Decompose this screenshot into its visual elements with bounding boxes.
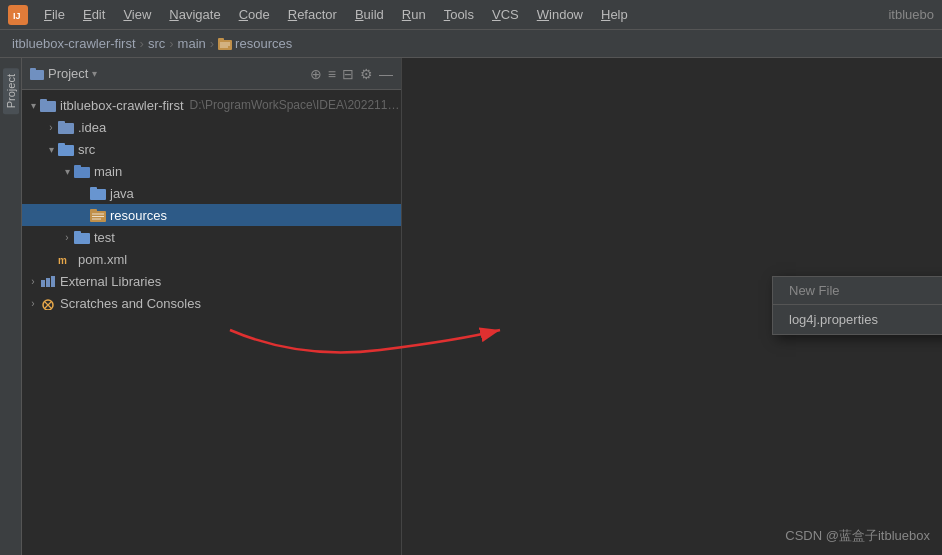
src-expand-arrow: ▾: [44, 144, 58, 155]
breadcrumb-sep-3: ›: [210, 36, 214, 51]
svg-text:m: m: [58, 255, 67, 266]
idea-label: .idea: [78, 120, 106, 135]
toolbar-collapse-icon[interactable]: ⊟: [342, 66, 354, 82]
side-tab-bar: Project: [0, 58, 22, 555]
svg-rect-3: [218, 38, 224, 42]
watermark: CSDN @蓝盒子itbluebox: [785, 527, 930, 545]
project-panel: Project ▾ ⊕ ≡ ⊟ ⚙ — ▾ itbluebox-crawler-…: [22, 58, 402, 555]
toolbar-scroll-icon[interactable]: ≡: [328, 66, 336, 82]
pom-file-icon: m: [58, 253, 74, 266]
menu-file[interactable]: File: [36, 5, 73, 24]
menu-bar: File Edit View Navigate Code Refactor Bu…: [36, 5, 888, 24]
menu-build[interactable]: Build: [347, 5, 392, 24]
toolbar-locate-icon[interactable]: ⊕: [310, 66, 322, 82]
menu-refactor[interactable]: Refactor: [280, 5, 345, 24]
resources-label: resources: [110, 208, 167, 223]
resources-folder-icon: [218, 38, 232, 50]
project-panel-title: Project: [48, 66, 88, 81]
svg-text:IJ: IJ: [13, 11, 21, 21]
test-label: test: [94, 230, 115, 245]
context-menu-header: New File: [773, 277, 942, 305]
breadcrumb-main[interactable]: main: [178, 36, 206, 51]
scratches-icon: [40, 297, 56, 310]
tree-root[interactable]: ▾ itbluebox-crawler-first D:\ProgramWork…: [22, 94, 401, 116]
scratches-expand-arrow: ›: [26, 298, 40, 309]
menu-run[interactable]: Run: [394, 5, 434, 24]
project-tree: ▾ itbluebox-crawler-first D:\ProgramWork…: [22, 90, 401, 555]
title-bar-user: itbluebo: [888, 7, 934, 22]
tree-resources[interactable]: resources: [22, 204, 401, 226]
java-folder-icon: [90, 187, 106, 200]
svg-rect-14: [58, 143, 65, 148]
breadcrumb-resources[interactable]: resources: [235, 36, 292, 51]
tree-ext-lib[interactable]: › External Libraries: [22, 270, 401, 292]
toolbar-settings-icon[interactable]: ⚙: [360, 66, 373, 82]
breadcrumb-sep-2: ›: [169, 36, 173, 51]
svg-rect-27: [41, 280, 45, 287]
tree-java[interactable]: java: [22, 182, 401, 204]
project-toolbar: Project ▾ ⊕ ≡ ⊟ ⚙ —: [22, 58, 401, 90]
root-folder-icon: [40, 99, 56, 112]
breadcrumb-src[interactable]: src: [148, 36, 165, 51]
breadcrumb-root[interactable]: itbluebox-crawler-first: [12, 36, 136, 51]
context-menu: New File log4j.properties: [772, 276, 942, 335]
java-label: java: [110, 186, 134, 201]
svg-rect-8: [30, 68, 36, 72]
main-expand-arrow: ▾: [60, 166, 74, 177]
tree-src[interactable]: ▾ src: [22, 138, 401, 160]
breadcrumb: itbluebox-crawler-first › src › main › r…: [0, 30, 942, 58]
root-label: itbluebox-crawler-first: [60, 98, 184, 113]
svg-rect-28: [46, 278, 50, 287]
svg-rect-29: [51, 276, 55, 287]
ext-lib-label: External Libraries: [60, 274, 161, 289]
pom-label: pom.xml: [78, 252, 127, 267]
svg-rect-18: [90, 187, 97, 192]
project-dropdown-arrow[interactable]: ▾: [92, 68, 97, 79]
svg-rect-10: [40, 99, 47, 104]
menu-view[interactable]: View: [115, 5, 159, 24]
svg-rect-12: [58, 121, 65, 126]
resources-tree-icon: [90, 209, 106, 222]
tree-pom[interactable]: m pom.xml: [22, 248, 401, 270]
menu-navigate[interactable]: Navigate: [161, 5, 228, 24]
main-folder-icon: [74, 165, 90, 178]
menu-code[interactable]: Code: [231, 5, 278, 24]
menu-window[interactable]: Window: [529, 5, 591, 24]
title-bar: IJ File Edit View Navigate Code Refactor…: [0, 0, 942, 30]
app-logo: IJ: [8, 5, 28, 25]
test-expand-arrow: ›: [60, 232, 74, 243]
idea-expand-arrow: ›: [44, 122, 58, 133]
svg-rect-16: [74, 165, 81, 170]
tree-scratches[interactable]: › Scratches and Consoles: [22, 292, 401, 314]
ext-lib-icon: [40, 275, 56, 288]
ext-lib-expand-arrow: ›: [26, 276, 40, 287]
scratches-label: Scratches and Consoles: [60, 296, 201, 311]
menu-tools[interactable]: Tools: [436, 5, 482, 24]
src-label: src: [78, 142, 95, 157]
menu-help[interactable]: Help: [593, 5, 636, 24]
idea-folder-icon: [58, 121, 74, 134]
svg-rect-25: [74, 231, 81, 236]
toolbar-icons: ⊕ ≡ ⊟ ⚙ —: [310, 66, 393, 82]
project-folder-icon: [30, 68, 44, 80]
test-folder-icon: [74, 231, 90, 244]
menu-vcs[interactable]: VCS: [484, 5, 527, 24]
main-layout: Project Project ▾ ⊕ ≡ ⊟ ⚙ —: [0, 58, 942, 555]
toolbar-hide-icon[interactable]: —: [379, 66, 393, 82]
root-path: D:\ProgramWorkSpace\IDEA\20221103\itl: [190, 98, 401, 112]
content-area: New File log4j.properties CSDN @蓝盒子itblu…: [402, 58, 942, 555]
menu-edit[interactable]: Edit: [75, 5, 113, 24]
svg-rect-20: [90, 209, 97, 214]
main-label: main: [94, 164, 122, 179]
src-folder-icon: [58, 143, 74, 156]
project-toolbar-title: Project ▾: [30, 66, 304, 81]
tree-test[interactable]: › test: [22, 226, 401, 248]
breadcrumb-sep-1: ›: [140, 36, 144, 51]
tree-idea[interactable]: › .idea: [22, 116, 401, 138]
project-tab[interactable]: Project: [3, 68, 19, 114]
tree-main[interactable]: ▾ main: [22, 160, 401, 182]
context-menu-item-log4j[interactable]: log4j.properties: [773, 305, 942, 334]
root-expand-arrow: ▾: [26, 100, 40, 111]
